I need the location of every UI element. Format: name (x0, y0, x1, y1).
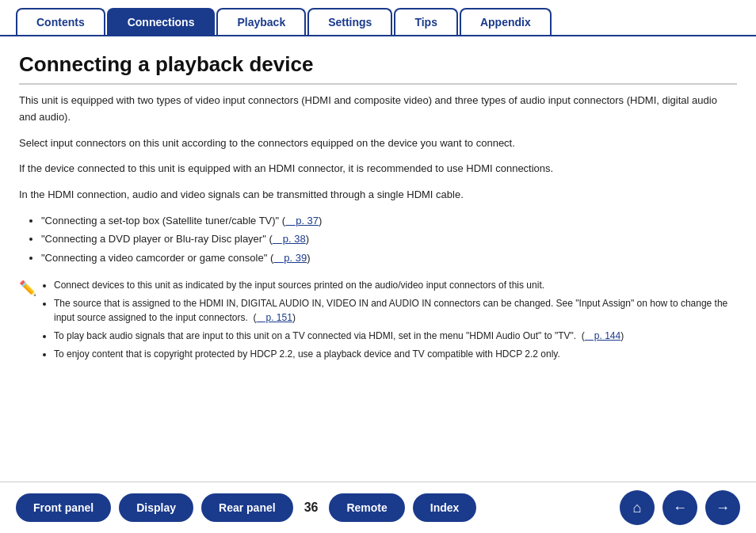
link-p151[interactable]: p. 151 (257, 312, 292, 323)
list-item: Connect devices to this unit as indicate… (54, 278, 737, 292)
list-item: "Connecting a video camcorder or game co… (41, 250, 737, 266)
list-item: "Connecting a DVD player or Blu-ray Disc… (41, 231, 737, 247)
list-item: "Connecting a set-top box (Satellite tun… (41, 213, 737, 229)
remote-button[interactable]: Remote (329, 493, 404, 522)
intro-line-3: If the device connected to this unit is … (19, 161, 737, 177)
intro-line-4: In the HDMI connection, audio and video … (19, 187, 737, 204)
forward-button[interactable]: → (705, 490, 740, 525)
intro-line-2: Select input connectors on this unit acc… (19, 135, 737, 152)
list-item: The source that is assigned to the HDMI … (54, 296, 737, 325)
list-item: To enjoy content that is copyright prote… (54, 347, 737, 361)
index-button[interactable]: Index (413, 493, 477, 522)
back-button[interactable]: ← (662, 490, 697, 525)
display-button[interactable]: Display (119, 493, 193, 522)
link-p144[interactable]: p. 144 (585, 330, 620, 341)
tab-tips[interactable]: Tips (394, 8, 458, 35)
tab-appendix[interactable]: Appendix (460, 8, 552, 35)
intro-line-1: This unit is equipped with two types of … (19, 93, 737, 126)
front-panel-button[interactable]: Front panel (16, 493, 111, 522)
tab-connections[interactable]: Connections (107, 8, 216, 35)
pencil-icon: ✏️ (19, 280, 36, 297)
note-box: ✏️ Connect devices to this unit as indic… (19, 278, 737, 365)
note-list: Connect devices to this unit as indicate… (43, 278, 737, 365)
link-p38[interactable]: p. 38 (273, 233, 306, 245)
main-content: Connecting a playback device This unit i… (0, 36, 756, 435)
bullet-list: "Connecting a set-top box (Satellite tun… (19, 213, 737, 266)
link-p37[interactable]: p. 37 (285, 215, 319, 227)
list-item: To play back audio signals that are inpu… (54, 329, 737, 343)
home-button[interactable]: ⌂ (620, 490, 655, 525)
nav-tabs: Contents Connections Playback Settings T… (0, 0, 756, 36)
page-title: Connecting a playback device (19, 52, 737, 85)
tab-playback[interactable]: Playback (216, 8, 306, 35)
link-p39[interactable]: p. 39 (273, 252, 307, 264)
rear-panel-button[interactable]: Rear panel (201, 493, 293, 522)
bottom-nav: Front panel Display Rear panel 36 Remote… (0, 482, 756, 533)
tab-contents[interactable]: Contents (16, 8, 105, 35)
tab-settings[interactable]: Settings (307, 8, 392, 35)
page-number: 36 (304, 501, 319, 515)
